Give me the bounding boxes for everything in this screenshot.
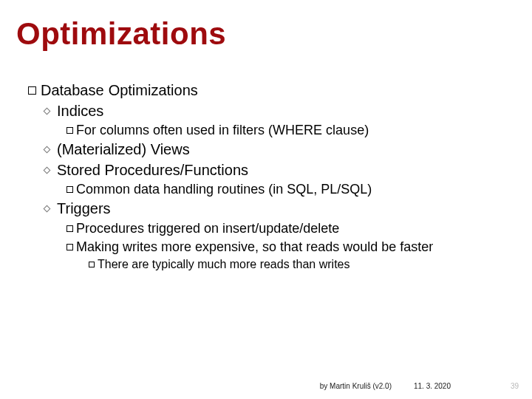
footer-date: 11. 3. 2020 [414, 382, 451, 390]
square-bullet-icon [66, 225, 73, 232]
bullet-l2-procs: Stored Procedures/Functions [44, 161, 510, 180]
l3-text: Common data handling routines (in SQL, P… [76, 182, 372, 197]
diamond-bullet-icon [44, 166, 51, 174]
slide-body: DatabaseOptimizations Indices For column… [28, 81, 510, 274]
l2-text: (Materialized) Views [57, 141, 190, 157]
l2-text: Triggers [57, 200, 111, 216]
bullet-l3-indices-1: For columns often used in filters (WHERE… [66, 122, 510, 139]
bullet-l3-triggers-1: Procedures triggered on insert/update/de… [66, 220, 510, 237]
bullet-l2-views: (Materialized) Views [44, 140, 510, 160]
slide-title: Optimizations [16, 16, 226, 52]
l2-text: Indices [57, 103, 103, 119]
bullet-l1-database: DatabaseOptimizations [28, 81, 510, 100]
square-bullet-icon [66, 186, 73, 193]
l3-text: Procedures triggered on insert/update/de… [76, 221, 339, 236]
bullet-l2-triggers: Triggers [44, 200, 510, 219]
bullet-l3-procs-1: Common data handling routines (in SQL, P… [66, 181, 510, 198]
l4-text: There are typically much more reads than… [98, 258, 349, 270]
square-bullet-icon [28, 86, 36, 95]
diamond-bullet-icon [44, 205, 51, 213]
l3-text: For columns often used in filters (WHERE… [76, 123, 369, 137]
bullet-l2-indices: Indices [44, 102, 510, 121]
diamond-bullet-icon [44, 146, 51, 154]
slide: Optimizations DatabaseOptimizations Indi… [0, 0, 532, 399]
bullet-l4-triggers-2a: There are typically much more reads than… [89, 257, 510, 272]
square-bullet-icon [89, 262, 95, 267]
footer-author: by Martin Kruliš (v2.0) [320, 382, 392, 390]
square-bullet-icon [66, 244, 73, 250]
diamond-bullet-icon [44, 107, 51, 115]
bullet-l3-triggers-2: Making writes more expensive, so that re… [66, 239, 510, 256]
footer-page-number: 39 [511, 382, 519, 390]
l1-text-a: Database [41, 82, 104, 98]
square-bullet-icon [66, 127, 73, 134]
l1-text-b: Optimizations [109, 82, 198, 98]
l3-text: Making writes more expensive, so that re… [76, 239, 433, 254]
l2-text: Stored Procedures/Functions [57, 162, 248, 178]
